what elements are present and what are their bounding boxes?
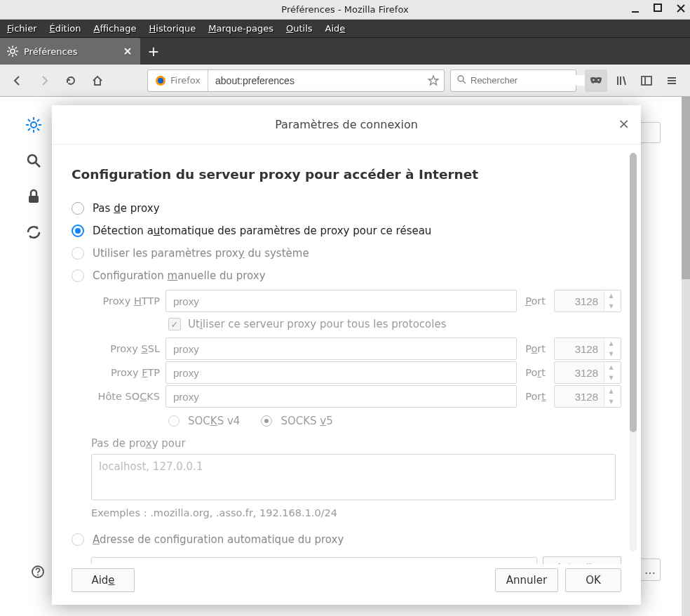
home-button[interactable]: [87, 70, 108, 91]
gear-icon: [7, 46, 18, 57]
http-proxy-input[interactable]: [165, 290, 517, 312]
no-proxy-examples: Exemples : .mozilla.org, .asso.fr, 192.1…: [91, 507, 621, 518]
library-icon[interactable]: [610, 69, 632, 92]
maximize-icon[interactable]: [654, 4, 663, 15]
radio-auto-detect[interactable]: Détection automatique des paramètres de …: [72, 220, 621, 242]
firefox-icon: [155, 75, 166, 86]
window-title: Préférences - Mozilla Firefox: [281, 4, 408, 15]
pac-url-input[interactable]: [91, 557, 537, 564]
http-port-input[interactable]: ▲▼: [554, 290, 621, 312]
minimize-icon[interactable]: [631, 4, 641, 15]
checkbox-icon: ✓: [168, 318, 181, 330]
searchbox[interactable]: [450, 69, 576, 92]
dialog-body: Configuration du serveur proxy pour accé…: [52, 145, 641, 564]
sidebar-icon[interactable]: [635, 69, 658, 92]
tab-title: Préférences: [24, 46, 77, 57]
reload-button[interactable]: Actualiser: [543, 556, 621, 564]
svg-line-30: [28, 119, 30, 121]
svg-point-16: [597, 79, 600, 81]
hamburger-icon[interactable]: [661, 69, 683, 92]
ssl-proxy-input[interactable]: [165, 337, 517, 360]
use-for-all-checkbox[interactable]: ✓ Utiliser ce serveur proxy pour tous le…: [168, 318, 621, 330]
new-tab-button[interactable]: +: [140, 38, 167, 65]
ssl-port-input[interactable]: ▲▼: [554, 337, 621, 360]
socks4-label: SOCKS v4: [188, 415, 240, 427]
urlbar[interactable]: Firefox: [147, 69, 445, 92]
svg-line-19: [623, 76, 625, 85]
support-icon[interactable]: [31, 565, 45, 581]
cancel-button[interactable]: Annuler: [495, 568, 558, 592]
tabstrip: Préférences +: [0, 38, 690, 65]
radio-icon: [72, 202, 84, 215]
socks-port-input[interactable]: ▲▼: [554, 385, 621, 408]
tab-preferences[interactable]: Préférences: [0, 38, 140, 65]
dialog-scrollbar[interactable]: [630, 153, 637, 551]
category-search-icon[interactable]: [25, 152, 53, 171]
svg-line-35: [36, 163, 40, 167]
socks-host-input[interactable]: [165, 385, 517, 408]
reload-button[interactable]: [60, 70, 81, 91]
svg-line-8: [15, 54, 18, 56]
radio-no-proxy[interactable]: Pas de proxy: [72, 197, 621, 220]
menu-tools[interactable]: Outils: [286, 23, 313, 34]
svg-line-10: [8, 54, 11, 56]
scrollbar-thumb[interactable]: [682, 97, 690, 279]
radio-pac-url[interactable]: Adresse de configuration automatique du …: [72, 528, 621, 551]
radio-system-proxy[interactable]: Utiliser les paramètres proxy du système: [72, 242, 621, 265]
plus-icon: +: [148, 44, 160, 58]
ftp-port-input[interactable]: ▲▼: [554, 361, 621, 384]
identity-box[interactable]: Firefox: [148, 70, 208, 91]
http-proxy-label: Proxy HTTP: [91, 295, 160, 307]
menu-edit[interactable]: Édition: [50, 23, 81, 34]
help-button[interactable]: Aide: [72, 568, 135, 592]
menu-help[interactable]: Aide: [325, 23, 346, 34]
ssl-proxy-label: Proxy SSL: [91, 343, 160, 354]
socks-host-label: Hôte SOCKS: [91, 391, 160, 402]
radio-icon: [72, 533, 84, 546]
dialog-close-icon[interactable]: ×: [618, 116, 630, 130]
forward-button[interactable]: [34, 70, 55, 91]
menu-view[interactable]: Affichage: [93, 23, 136, 34]
preferences-categories: [25, 116, 53, 243]
dialog-scrollbar-thumb[interactable]: [630, 153, 637, 432]
svg-point-15: [593, 79, 595, 81]
radio-manual-proxy[interactable]: Configuration manuelle du proxy: [72, 265, 621, 287]
back-button[interactable]: [7, 70, 28, 91]
svg-point-12: [158, 78, 163, 83]
radio-icon: [72, 247, 84, 260]
radio-socks4[interactable]: [168, 415, 180, 427]
menu-file[interactable]: Fichier: [7, 23, 37, 34]
socks-port-label: Port: [525, 391, 546, 402]
dialog-footer: Aide Annuler OK: [52, 564, 641, 605]
close-icon[interactable]: [676, 4, 686, 15]
page-scrollbar[interactable]: [682, 97, 690, 616]
search-input[interactable]: [471, 75, 588, 86]
socks5-label: SOCKS v5: [280, 415, 332, 427]
menu-bookmarks[interactable]: Marque-pages: [208, 23, 273, 34]
bookmark-star-icon[interactable]: [423, 75, 444, 86]
svg-point-38: [37, 575, 39, 576]
svg-line-32: [37, 119, 39, 121]
url-input[interactable]: [208, 70, 423, 91]
search-icon: [456, 74, 466, 86]
radio-socks5[interactable]: [261, 415, 272, 427]
svg-rect-36: [29, 196, 39, 203]
radio-icon: [72, 269, 84, 282]
svg-rect-20: [642, 76, 651, 85]
category-sync-icon[interactable]: [25, 224, 53, 243]
category-general-icon[interactable]: [25, 116, 53, 135]
category-privacy-icon[interactable]: [25, 188, 53, 207]
ftp-port-label: Port: [525, 367, 546, 378]
no-proxy-for-input[interactable]: localhost, 127.0.0.1: [91, 454, 616, 500]
http-port-label: Port: [525, 295, 546, 307]
ftp-proxy-input[interactable]: [165, 361, 517, 384]
svg-point-13: [458, 76, 464, 81]
svg-point-25: [31, 122, 36, 128]
menubar: Fichier Édition Affichage Historique Mar…: [0, 20, 690, 38]
menu-history[interactable]: Historique: [149, 23, 196, 34]
close-tab-icon[interactable]: [122, 46, 133, 57]
ok-button[interactable]: OK: [565, 568, 621, 592]
mask-icon[interactable]: [585, 69, 607, 92]
svg-line-31: [37, 128, 39, 130]
svg-line-9: [15, 47, 18, 49]
